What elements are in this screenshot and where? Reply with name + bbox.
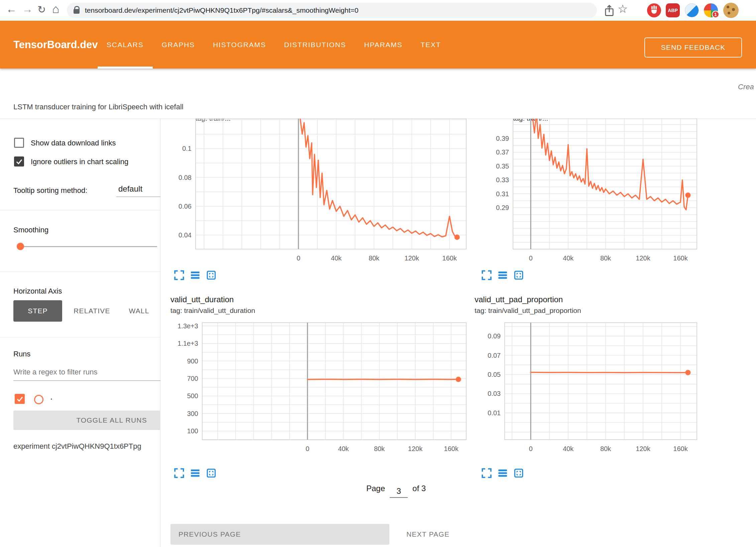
svg-text:0.33: 0.33	[496, 176, 509, 184]
fit-domain-icon	[206, 468, 217, 478]
run-checkbox[interactable]	[15, 394, 25, 404]
svg-text:120k: 120k	[636, 254, 650, 262]
svg-text:0: 0	[296, 254, 300, 262]
fullscreen-icon	[481, 270, 492, 281]
share-icon[interactable]	[604, 4, 615, 17]
tooltip-sorting-label: Tooltip sorting method:	[13, 186, 87, 195]
svg-text:120k: 120k	[404, 254, 419, 262]
svg-text:1.3e+3: 1.3e+3	[177, 322, 198, 330]
tab-scalars[interactable]: SCALARS	[98, 21, 153, 69]
next-page-button[interactable]: NEXT PAGE	[398, 524, 458, 545]
svg-text:120k: 120k	[408, 445, 423, 452]
svg-text:80k: 80k	[369, 254, 380, 262]
runs-list-icon	[497, 270, 508, 281]
svg-text:120k: 120k	[636, 445, 650, 452]
svg-text:1.1e+3: 1.1e+3	[177, 340, 198, 347]
bookmark-star-icon[interactable]: ☆	[618, 2, 628, 15]
pagination: Page 3 of 3	[366, 484, 426, 495]
page-number-input[interactable]: 3	[390, 486, 408, 498]
chart-tag: tag: train/valid_utt_pad_proportion	[475, 307, 581, 315]
svg-text:0.08: 0.08	[178, 174, 192, 181]
chart-runs-button[interactable]	[497, 467, 509, 479]
address-bar[interactable]: tensorboard.dev/experiment/cj2vtPiwQHKN9…	[67, 3, 597, 18]
svg-text:0.39: 0.39	[496, 135, 509, 142]
svg-text:0.35: 0.35	[496, 162, 509, 170]
adblock-extension-icon[interactable]	[647, 3, 661, 17]
tooltip-sorting-value: default	[118, 184, 142, 194]
svg-text:0.1: 0.1	[182, 145, 192, 152]
experiment-description: LSTM transducer training for LibriSpeech…	[13, 103, 183, 111]
back-icon[interactable]: ←	[6, 3, 17, 15]
fit-domain-button[interactable]	[205, 269, 217, 281]
forward-icon[interactable]: →	[22, 3, 33, 15]
tab-distributions[interactable]: DISTRIBUTIONS	[275, 21, 355, 69]
abp-extension-icon[interactable]: ABP	[666, 3, 680, 17]
reload-icon[interactable]: ↻	[37, 4, 46, 15]
previous-page-button[interactable]: PREVIOUS PAGE	[170, 524, 389, 545]
expand-chart-button[interactable]	[173, 467, 185, 479]
fullscreen-icon	[481, 468, 492, 478]
chart-runs-button[interactable]	[497, 269, 509, 281]
scalar-chart-valid-utt-pad-proportion[interactable]: 0.010.030.050.070.09040k80k120k160k	[475, 316, 735, 470]
notification-badge: 1	[712, 11, 719, 18]
show-download-links-label: Show data download links	[31, 139, 116, 147]
fullscreen-icon	[174, 270, 184, 281]
send-feedback-button[interactable]: SEND FEEDBACK	[644, 37, 742, 58]
ignore-outliers-label: Ignore outliers in chart scaling	[31, 157, 128, 166]
svg-text:160k: 160k	[444, 445, 459, 452]
fit-domain-button[interactable]	[513, 467, 525, 479]
svg-text:160k: 160k	[442, 254, 457, 262]
smoothing-slider-thumb[interactable]	[17, 243, 24, 250]
runs-list-icon	[190, 468, 201, 478]
tab-text[interactable]: TEXT	[411, 21, 450, 69]
runs-list-icon	[497, 468, 508, 478]
cookie-icon[interactable]	[723, 3, 739, 18]
svg-text:160k: 160k	[673, 445, 688, 452]
svg-text:0.06: 0.06	[178, 203, 192, 210]
browser-extension-icon[interactable]	[685, 3, 699, 17]
expand-chart-button[interactable]	[481, 269, 493, 281]
scalar-chart-valid-utt-duration[interactable]: 1003005007009001.1e+31.3e+3040k80k120k16…	[167, 316, 468, 470]
svg-text:40k: 40k	[331, 254, 342, 262]
tab-graphs[interactable]: GRAPHS	[153, 21, 204, 69]
page-label: Page	[366, 484, 385, 493]
tab-histograms[interactable]: HISTOGRAMS	[204, 21, 275, 69]
run-color-swatch-icon	[34, 395, 43, 404]
fit-domain-button[interactable]	[513, 269, 525, 281]
svg-text:100: 100	[187, 427, 198, 435]
chart-toolbar	[173, 467, 217, 479]
scalar-chart-train-2[interactable]: 0.290.310.330.350.370.39040k80k120k160k	[475, 119, 735, 270]
fit-domain-icon	[513, 468, 524, 478]
smoothing-label: Smoothing	[13, 226, 48, 234]
axis-wall-button[interactable]: WALL	[121, 300, 157, 322]
expand-chart-button[interactable]	[481, 467, 493, 479]
axis-relative-button[interactable]: RELATIVE	[67, 300, 117, 322]
browser-toolbar: ← → ↻ ⌂ tensorboard.dev/experiment/cj2vt…	[0, 0, 756, 21]
svg-text:0.31: 0.31	[496, 190, 509, 198]
svg-text:900: 900	[187, 357, 198, 365]
experiment-name: experiment cj2vtPiwQHKN9Q1tx6PTpg	[13, 442, 141, 451]
hand-finger	[655, 6, 657, 9]
tab-hparams[interactable]: HPARAMS	[355, 21, 412, 69]
chart-runs-button[interactable]	[189, 269, 201, 281]
ignore-outliers-checkbox[interactable]	[14, 156, 24, 167]
smoothing-slider-track[interactable]	[19, 246, 157, 247]
home-icon[interactable]: ⌂	[52, 2, 59, 16]
expand-chart-button[interactable]	[173, 269, 185, 281]
hand-finger	[653, 5, 655, 9]
clipped-right-text: Crea	[738, 83, 754, 91]
svg-text:80k: 80k	[600, 445, 611, 452]
url-text[interactable]: tensorboard.dev/experiment/cj2vtPiwQHKN9…	[85, 6, 358, 14]
fit-domain-button[interactable]	[205, 467, 217, 479]
lock-icon	[74, 9, 80, 14]
app-logo[interactable]: TensorBoard.dev	[13, 21, 98, 69]
svg-text:80k: 80k	[600, 254, 611, 262]
chart-title: valid_utt_pad_proportion	[475, 295, 563, 304]
svg-text:40k: 40k	[563, 445, 574, 452]
show-download-links-checkbox[interactable]	[14, 138, 24, 148]
scalar-chart-train-1[interactable]: 0.040.060.080.1040k80k120k160k	[167, 119, 468, 270]
chart-runs-button[interactable]	[189, 467, 201, 479]
axis-step-button[interactable]: STEP	[13, 300, 62, 322]
subheader: Crea LSTM transducer training for LibriS…	[0, 69, 756, 119]
chart-title: valid_utt_duration	[170, 295, 234, 304]
